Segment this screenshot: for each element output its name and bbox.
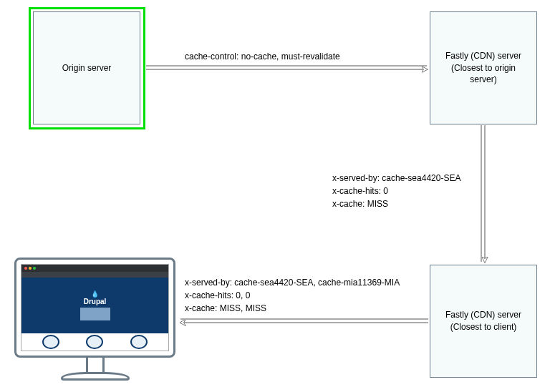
edge-label-origin-to-cdn: cache-control: no-cache, must-revalidate [185, 50, 340, 63]
cdn-client-label: Fastly (CDN) server (Closest to client) [445, 309, 521, 333]
client-computer: 💧 Drupal [14, 258, 175, 381]
site-icon-row [21, 333, 168, 351]
browser-toolbar [21, 272, 168, 278]
cdn-origin-label: Fastly (CDN) server (Closest to origin s… [445, 50, 521, 86]
site-hero: 💧 Drupal [21, 278, 168, 333]
cdn-client-node: Fastly (CDN) server (Closest to client) [430, 265, 537, 378]
origin-server-node: Origin server [33, 11, 140, 124]
monitor-frame: 💧 Drupal [14, 258, 175, 358]
origin-server-label: Origin server [62, 62, 112, 74]
site-icon [130, 335, 148, 349]
monitor-stand-base [61, 372, 130, 381]
edge-label-cdn-to-client: x-served-by: cache-sea4420-SEA, cache-mi… [185, 276, 400, 315]
cdn-origin-node: Fastly (CDN) server (Closest to origin s… [430, 11, 537, 124]
site-name: Drupal [84, 298, 107, 305]
site-icon [42, 335, 59, 349]
drop-icon: 💧 [91, 290, 99, 298]
hero-image [80, 308, 110, 320]
browser-window: 💧 Drupal [21, 264, 169, 351]
monitor-stand-neck [86, 358, 105, 372]
browser-titlebar [21, 265, 168, 272]
site-icon [86, 335, 103, 349]
edge-label-cdn-to-cdn: x-served-by: cache-sea4420-SEA x-cache-h… [332, 172, 460, 210]
